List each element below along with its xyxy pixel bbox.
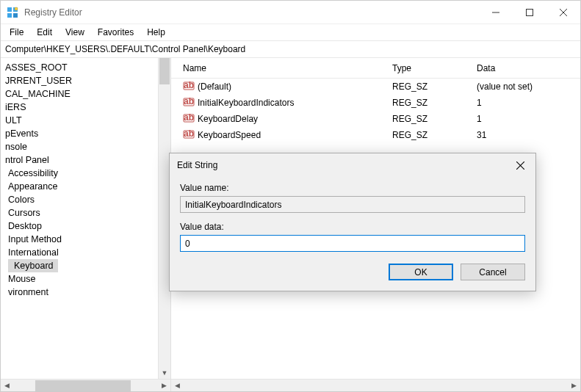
- scroll-left-icon[interactable]: ◀: [171, 380, 184, 392]
- cell-data: 1: [477, 98, 580, 108]
- tree-pane: ASSES_ROOTJRRENT_USERCAL_MACHINEiERSULTp…: [1, 58, 171, 391]
- cell-data: 31: [477, 130, 580, 140]
- tree-node[interactable]: ntrol Panel: [2, 153, 170, 167]
- svg-rect-0: [7, 7, 12, 12]
- cell-name: ab(Default): [183, 80, 392, 94]
- cancel-button[interactable]: Cancel: [461, 264, 525, 280]
- tree-node[interactable]: Appearance: [2, 180, 170, 193]
- tree-node[interactable]: Input Method: [2, 233, 170, 246]
- tree-node[interactable]: vironment: [2, 286, 170, 299]
- cell-name: abInitialKeyboardIndicators: [183, 96, 392, 110]
- value-data-label: Value data:: [180, 222, 525, 232]
- tree-node[interactable]: ASSES_ROOT: [2, 61, 170, 74]
- scroll-right-icon[interactable]: ▶: [568, 380, 580, 392]
- cell-data: (value not set): [477, 81, 580, 92]
- cell-name: abKeyboardSpeed: [183, 128, 392, 142]
- tree-node[interactable]: ULT: [2, 114, 170, 127]
- window-controls: [479, 1, 580, 23]
- dialog-buttons: OK Cancel: [180, 264, 525, 280]
- list-header: Name Type Data: [171, 58, 580, 79]
- scroll-down-icon[interactable]: ▼: [159, 366, 170, 379]
- column-type[interactable]: Type: [392, 63, 477, 73]
- string-value-icon: ab: [183, 96, 195, 110]
- svg-text:ab: ab: [184, 80, 194, 90]
- cell-type: REG_SZ: [392, 98, 477, 108]
- menu-view[interactable]: View: [59, 26, 90, 39]
- ok-button[interactable]: OK: [389, 264, 453, 280]
- address-bar[interactable]: Computer\HKEY_USERS\.DEFAULT\Control Pan…: [1, 40, 580, 58]
- tree-node[interactable]: Mouse: [2, 272, 170, 286]
- tree-node[interactable]: Cursors: [2, 206, 170, 219]
- cell-type: REG_SZ: [392, 130, 477, 140]
- tree-node[interactable]: Keyboard: [8, 259, 58, 272]
- column-name[interactable]: Name: [183, 63, 392, 73]
- string-value-icon: ab: [183, 128, 195, 142]
- dialog-close-button[interactable]: [505, 155, 535, 175]
- value-name-label: Value name:: [180, 183, 525, 193]
- list-row[interactable]: abKeyboardDelayREG_SZ1: [183, 111, 580, 127]
- registry-editor-window: Registry Editor File Edit View Favorites…: [0, 0, 581, 392]
- svg-text:ab: ab: [184, 112, 194, 123]
- scroll-thumb[interactable]: [159, 58, 170, 84]
- tree-horizontal-scrollbar[interactable]: ◀ ▶: [1, 379, 170, 391]
- tree-node[interactable]: iERS: [2, 101, 170, 114]
- list-row[interactable]: ab(Default)REG_SZ(value not set): [183, 79, 580, 95]
- cell-data: 1: [477, 114, 580, 124]
- minimize-button[interactable]: [479, 1, 513, 23]
- tree-node[interactable]: nsole: [2, 140, 170, 153]
- dialog-body: Value name: InitialKeyboardIndicators Va…: [170, 177, 535, 291]
- menu-file[interactable]: File: [4, 26, 29, 39]
- svg-point-4: [15, 7, 18, 10]
- dialog-titlebar[interactable]: Edit String: [170, 153, 535, 177]
- list-row[interactable]: abKeyboardSpeedREG_SZ31: [183, 127, 580, 143]
- titlebar: Registry Editor: [1, 1, 580, 24]
- list-row[interactable]: abInitialKeyboardIndicatorsREG_SZ1: [183, 95, 580, 111]
- menu-edit[interactable]: Edit: [31, 26, 58, 39]
- tree-node[interactable]: International: [2, 246, 170, 259]
- menu-bar: File Edit View Favorites Help: [1, 24, 580, 40]
- tree-node[interactable]: Desktop: [2, 219, 170, 233]
- menu-favorites[interactable]: Favorites: [92, 26, 140, 39]
- window-title: Registry Editor: [24, 7, 479, 18]
- tree-node[interactable]: JRRENT_USER: [2, 74, 170, 87]
- scroll-right-icon[interactable]: ▶: [158, 380, 170, 392]
- string-value-icon: ab: [183, 112, 195, 126]
- registry-path: Computer\HKEY_USERS\.DEFAULT\Control Pan…: [5, 44, 576, 54]
- regedit-icon: [7, 7, 18, 18]
- cell-type: REG_SZ: [392, 81, 477, 92]
- column-data[interactable]: Data: [477, 63, 580, 73]
- svg-rect-2: [7, 13, 12, 18]
- tree-view[interactable]: ASSES_ROOTJRRENT_USERCAL_MACHINEiERSULTp…: [1, 58, 170, 379]
- svg-rect-6: [527, 9, 533, 15]
- string-value-icon: ab: [183, 80, 195, 94]
- tree-node[interactable]: CAL_MACHINE: [2, 87, 170, 101]
- dialog-title: Edit String: [177, 160, 505, 170]
- tree-node[interactable]: Colors: [2, 193, 170, 206]
- h-track[interactable]: [13, 380, 158, 392]
- cell-type: REG_SZ: [392, 114, 477, 124]
- tree-node[interactable]: Accessibility: [2, 167, 170, 180]
- edit-string-dialog: Edit String Value name: InitialKeyboardI…: [169, 153, 536, 291]
- svg-rect-3: [13, 13, 18, 18]
- svg-text:ab: ab: [184, 96, 194, 106]
- tree-node[interactable]: pEvents: [2, 127, 170, 140]
- maximize-button[interactable]: [513, 1, 546, 23]
- h-thumb[interactable]: [35, 380, 131, 391]
- svg-text:ab: ab: [184, 128, 194, 139]
- cell-name: abKeyboardDelay: [183, 112, 392, 126]
- menu-help[interactable]: Help: [141, 26, 171, 39]
- h-track[interactable]: [184, 380, 568, 392]
- value-name-field: InitialKeyboardIndicators: [180, 196, 525, 213]
- scroll-left-icon[interactable]: ◀: [1, 380, 13, 392]
- value-data-input[interactable]: [180, 235, 525, 252]
- close-button[interactable]: [546, 1, 580, 23]
- list-horizontal-scrollbar[interactable]: ◀ ▶: [171, 379, 580, 391]
